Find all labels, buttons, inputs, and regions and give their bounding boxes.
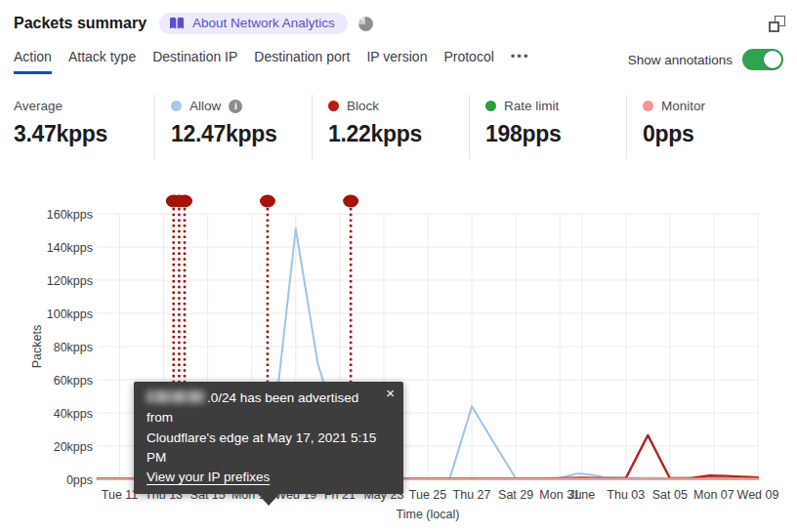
y-tick-label: 20kpps [54,440,93,454]
annotation-tooltip: × .0/24 has been advertised from Cloudfl… [134,382,403,494]
tooltip-line-2: Cloudflare's edge at May 17, 2021 5:15 P… [147,429,378,469]
x-tick-label: Sat 29 [498,488,533,502]
x-tick-label: Thu 27 [453,488,491,502]
packets-summary-panel: Packets summary About Network Analytics … [0,0,797,532]
x-tick-label: Sat 05 [652,488,688,502]
tooltip-line-1: .0/24 has been advertised from [147,389,378,429]
y-tick-label: 60kpps [54,374,93,388]
tooltip-close-icon[interactable]: × [386,385,395,402]
redacted-ip-prefix [147,390,205,403]
y-tick-label: 100kpps [47,307,93,321]
y-tick-label: 160kpps [47,208,93,222]
annotation-may-21-marker-icon[interactable] [343,195,358,208]
x-tick-label: Tue 11 [102,488,139,502]
x-tick-label: June [568,488,595,502]
view-ip-prefixes-link[interactable]: View your IP prefixes [147,470,270,484]
y-axis-title: Packets [30,325,44,368]
annotation-may-17-ip-advertised-marker-icon[interactable] [260,195,275,208]
annotation-may-13-c-marker-icon[interactable] [177,195,192,208]
y-tick-label: 120kpps [47,274,93,288]
x-axis-title: Time (local) [397,508,460,521]
x-tick-label: Tue 25 [409,488,447,502]
y-tick-label: 40kpps [54,407,93,421]
x-tick-label: Thu 03 [607,488,645,502]
x-tick-label: Wed 09 [737,488,779,502]
y-tick-label: 0pps [66,473,93,487]
x-tick-label: Mon 07 [693,488,734,502]
y-tick-label: 80kpps [54,341,93,354]
y-tick-label: 140kpps [47,241,93,255]
